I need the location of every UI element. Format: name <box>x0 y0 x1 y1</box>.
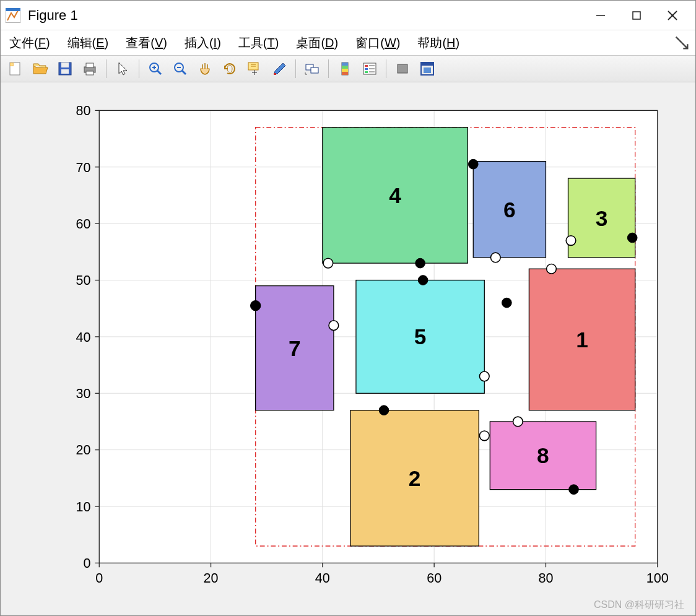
pointer-button[interactable] <box>111 58 134 80</box>
marker-filled <box>379 406 389 415</box>
data-cursor-icon <box>246 60 263 77</box>
ytick-label: 70 <box>76 160 91 175</box>
svg-rect-45 <box>424 67 431 73</box>
minimize-button[interactable] <box>583 1 619 30</box>
brush-button[interactable] <box>268 58 290 80</box>
new-figure-icon <box>7 60 24 77</box>
marker-open <box>329 321 339 331</box>
xtick-label: 0 <box>95 570 103 586</box>
matlab-figure-icon <box>6 8 20 23</box>
rotate-icon <box>221 60 238 77</box>
pan-button[interactable] <box>194 58 216 80</box>
title-bar: Figure 1 <box>1 1 695 30</box>
svg-rect-34 <box>342 72 348 75</box>
rect-label-2: 2 <box>409 466 421 490</box>
svg-rect-44 <box>421 63 433 66</box>
window-title: Figure 1 <box>28 7 78 24</box>
menu-t[interactable]: 工具(T) <box>235 32 283 54</box>
svg-line-15 <box>157 71 161 74</box>
rotate-button[interactable] <box>219 58 241 80</box>
marker-open <box>513 417 523 427</box>
close-button[interactable] <box>655 1 690 30</box>
svg-rect-32 <box>342 66 348 69</box>
toolbar-separator <box>295 59 296 78</box>
plot-svg: 1234567802040608010001020304050607080 <box>11 92 685 605</box>
print-button[interactable] <box>79 58 101 80</box>
zoom-out-icon <box>172 60 189 77</box>
marker-filled <box>251 301 261 311</box>
legend-button[interactable] <box>359 58 381 80</box>
marker-open <box>547 264 557 274</box>
zoom-in-button[interactable] <box>144 58 167 80</box>
xtick-label: 60 <box>427 570 442 586</box>
menu-h[interactable]: 帮助(H) <box>414 32 463 54</box>
dock-icon <box>419 60 436 77</box>
brush-icon <box>271 60 288 77</box>
ytick-label: 50 <box>76 272 91 288</box>
svg-rect-9 <box>61 63 69 67</box>
menu-d[interactable]: 桌面(D) <box>292 32 342 54</box>
svg-rect-36 <box>365 65 368 67</box>
svg-rect-29 <box>311 67 318 73</box>
menu-w[interactable]: 窗口(W) <box>352 32 404 54</box>
menu-i[interactable]: 插入(I) <box>181 32 225 54</box>
xtick-label: 80 <box>538 570 553 586</box>
colorbar-icon <box>336 60 354 77</box>
rect-label-8: 8 <box>537 443 549 467</box>
data-cursor-button[interactable] <box>243 58 266 80</box>
dock-button[interactable] <box>416 58 438 80</box>
svg-rect-37 <box>365 68 368 70</box>
toolbar-separator <box>328 59 329 78</box>
marker-open <box>566 236 576 246</box>
rect-label-1: 1 <box>576 328 588 352</box>
menu-e[interactable]: 编辑(E) <box>64 32 113 54</box>
marker-open <box>479 371 489 381</box>
svg-rect-3 <box>633 12 640 19</box>
legend-icon <box>361 60 378 77</box>
ytick-label: 10 <box>76 499 91 514</box>
ytick-label: 30 <box>76 386 91 401</box>
maximize-button[interactable] <box>619 1 655 30</box>
toolbar-separator <box>106 59 107 78</box>
xtick-label: 20 <box>204 570 219 586</box>
axes[interactable]: 1234567802040608010001020304050607080 <box>11 92 685 605</box>
marker-filled <box>569 485 579 495</box>
svg-point-7 <box>11 63 13 66</box>
svg-rect-13 <box>86 71 94 75</box>
xtick-label: 40 <box>315 570 330 586</box>
rect-label-3: 3 <box>596 206 608 230</box>
ytick-label: 40 <box>76 329 91 345</box>
open-icon <box>32 60 49 77</box>
link-icon <box>303 60 321 77</box>
maximize-icon <box>632 11 642 20</box>
pointer-icon <box>114 60 131 77</box>
open-button[interactable] <box>29 58 51 80</box>
marker-filled <box>627 233 637 243</box>
insert-rect-button[interactable] <box>391 58 414 80</box>
figure-window: Figure 1 文件(F)编辑(E)查看(V)插入(I)工具(T)桌面(D)窗… <box>0 0 696 616</box>
insert-rect-icon <box>394 60 411 77</box>
svg-rect-42 <box>398 64 407 73</box>
pan-icon <box>196 60 214 77</box>
svg-line-19 <box>182 71 186 74</box>
save-button[interactable] <box>54 58 76 80</box>
toolbar <box>1 55 695 82</box>
svg-rect-10 <box>61 69 69 74</box>
menu-v[interactable]: 查看(V) <box>122 32 171 54</box>
svg-rect-33 <box>342 69 348 72</box>
rect-label-5: 5 <box>414 324 427 349</box>
print-icon <box>81 60 98 77</box>
ytick-label: 80 <box>76 103 91 118</box>
zoom-in-icon <box>147 60 164 77</box>
new-figure-button[interactable] <box>4 58 27 80</box>
link-button[interactable] <box>301 58 323 80</box>
undock-icon[interactable] <box>673 34 690 51</box>
close-icon <box>667 10 678 21</box>
menu-f[interactable]: 文件(F) <box>6 32 54 54</box>
colorbar-button[interactable] <box>334 58 356 80</box>
zoom-out-button[interactable] <box>169 58 191 80</box>
svg-rect-27 <box>274 73 276 75</box>
figure-area: 1234567802040608010001020304050607080 CS… <box>1 82 695 615</box>
marker-open <box>490 253 500 262</box>
svg-point-21 <box>227 65 232 72</box>
